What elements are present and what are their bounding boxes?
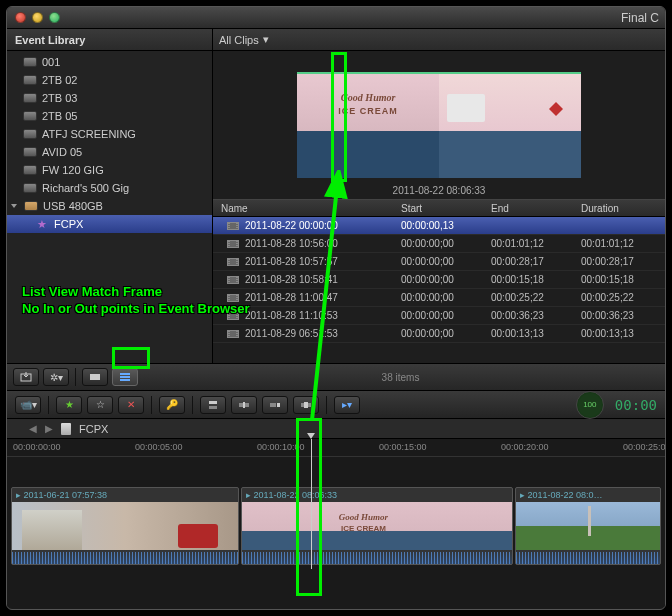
clip-filter-dropdown[interactable]: All Clips ▾ [219, 33, 269, 46]
annotation-highlight-listview [112, 347, 150, 369]
library-item-label: ATFJ SCREENING [42, 128, 136, 140]
cell-end: 00:00:36;23 [491, 307, 581, 324]
library-item[interactable]: 2TB 03 [7, 89, 212, 107]
harddrive-icon [23, 129, 37, 139]
col-start[interactable]: Start [401, 200, 491, 216]
render-gauge: 100 [576, 391, 604, 419]
library-item-label: FCPX [54, 218, 83, 230]
table-row[interactable]: 2011-08-22 00:00:0000:00:00,13 [213, 217, 665, 235]
filmstrip-icon [227, 240, 239, 248]
unrate-button[interactable]: ☆ [87, 396, 113, 414]
usb-drive-icon [24, 201, 38, 211]
timeline-body[interactable]: 2011-06-21 07:57:38 2011-08-22 08:06:33 … [7, 457, 665, 607]
disclosure-icon [11, 204, 17, 208]
library-item[interactable]: ATFJ SCREENING [7, 125, 212, 143]
harddrive-icon [23, 111, 37, 121]
library-item-label: 2TB 05 [42, 110, 77, 122]
table-row[interactable]: 2011-08-29 06:51:5300:00:00;0000:00:13;1… [213, 325, 665, 343]
filmstrip-view-button[interactable] [82, 368, 108, 386]
browser-header: All Clips ▾ [213, 29, 665, 51]
filmstrip-icon [227, 222, 239, 230]
timeline-clip[interactable]: 2011-08-22 08:0… [515, 487, 661, 565]
harddrive-icon [23, 165, 37, 175]
insert-button[interactable] [231, 396, 257, 414]
chevron-down-icon: ▾ [263, 33, 269, 46]
filmstrip-area[interactable]: Good Humor ICE CREAM 2011-08-22 08:06:33 [213, 51, 665, 199]
event-star-icon: ★ [37, 218, 49, 230]
list-view-button[interactable] [112, 368, 138, 386]
library-item[interactable]: AVID 05 [7, 143, 212, 161]
harddrive-icon [23, 93, 37, 103]
table-row[interactable]: 2011-08-28 10:57:5700:00:00;0000:00:28;1… [213, 253, 665, 271]
event-browser: All Clips ▾ Good Humor ICE CREAM [213, 29, 665, 363]
cell-duration: 00:00:25;22 [581, 289, 661, 306]
harddrive-icon [23, 183, 37, 193]
library-item[interactable]: 2TB 05 [7, 107, 212, 125]
table-row[interactable]: 2011-08-28 10:58:4100:00:00;0000:00:15;1… [213, 271, 665, 289]
item-count: 38 items [382, 372, 420, 383]
cell-start: 00:00:00;00 [401, 235, 491, 252]
annotation-text: List View Match Frame No In or Out point… [22, 284, 250, 318]
cell-end: 00:00:13;13 [491, 325, 581, 342]
append-button[interactable] [262, 396, 288, 414]
library-item[interactable]: ★FCPX [7, 215, 212, 233]
table-row[interactable]: 2011-08-28 11:10:5300:00:00;0000:00:36;2… [213, 307, 665, 325]
titlebar[interactable]: Final C [7, 7, 665, 29]
harddrive-icon [23, 57, 37, 67]
col-end[interactable]: End [491, 200, 581, 216]
library-item-label: 2TB 03 [42, 92, 77, 104]
connect-button[interactable] [200, 396, 226, 414]
svg-rect-8 [245, 403, 249, 407]
cell-start: 00:00:00;00 [401, 307, 491, 324]
library-item-label: USB 480GB [43, 200, 103, 212]
import-button[interactable] [13, 368, 39, 386]
settings-button[interactable]: ✲▾ [43, 368, 69, 386]
timeline-clip[interactable]: 2011-06-21 07:57:38 [11, 487, 239, 565]
nav-fwd[interactable]: ▶ [45, 423, 53, 434]
cell-end: 00:00:15;18 [491, 271, 581, 288]
ruler-tick: 00:00:00:00 [13, 442, 61, 452]
thumb-text: ICE CREAM [338, 106, 398, 116]
svg-rect-7 [239, 403, 243, 407]
harddrive-icon [23, 75, 37, 85]
filmstrip-icon [227, 276, 239, 284]
library-item-label: 2TB 02 [42, 74, 77, 86]
library-item[interactable]: FW 120 GIG [7, 161, 212, 179]
cell-start: 00:00:00;00 [401, 289, 491, 306]
cell-duration: 00:00:28;17 [581, 253, 661, 270]
svg-rect-4 [120, 379, 130, 381]
reject-button[interactable]: ✕ [118, 396, 144, 414]
table-row[interactable]: 2011-08-28 11:00:4700:00:00;0000:00:25;2… [213, 289, 665, 307]
library-item-label: Richard's 500 Gig [42, 182, 129, 194]
ruler-tick: 00:00:15:00 [379, 442, 427, 452]
close-icon[interactable] [15, 12, 26, 23]
clip-label: 2011-08-22 08:06:33 [246, 490, 337, 500]
library-item[interactable]: USB 480GB [7, 197, 212, 215]
minimize-icon[interactable] [32, 12, 43, 23]
favorite-button[interactable]: ★ [56, 396, 82, 414]
library-item-label: AVID 05 [42, 146, 82, 158]
cell-duration: 00:00:13;13 [581, 325, 661, 342]
keyword-button[interactable]: 🔑 [159, 396, 185, 414]
project-name[interactable]: FCPX [79, 423, 108, 435]
ruler-tick: 00:00:25:00 [623, 442, 666, 452]
table-row[interactable]: 2011-08-28 10:56:0000:00:00;0000:01:01;1… [213, 235, 665, 253]
timeline-clip[interactable]: 2011-08-22 08:06:33 Good Humor ICE CREAM [241, 487, 513, 565]
filter-label: All Clips [219, 34, 259, 46]
library-item[interactable]: 2TB 02 [7, 71, 212, 89]
cell-duration: 00:00:15;18 [581, 271, 661, 288]
cell-start: 00:00:00;00 [401, 325, 491, 342]
camera-import-button[interactable]: 📹▾ [15, 396, 41, 414]
library-item[interactable]: Richard's 500 Gig [7, 179, 212, 197]
col-duration[interactable]: Duration [581, 200, 661, 216]
library-item[interactable]: 001 [7, 53, 212, 71]
timeline-ruler[interactable]: 00:00:00:0000:00:05:0000:00:10:0000:00:1… [7, 439, 665, 457]
svg-rect-3 [120, 376, 130, 378]
zoom-icon[interactable] [49, 12, 60, 23]
table-header[interactable]: Name Start End Duration [213, 199, 665, 217]
nav-back[interactable]: ◀ [29, 423, 37, 434]
traffic-lights [7, 12, 60, 23]
filmstrip-icon [227, 330, 239, 338]
svg-rect-1 [90, 374, 100, 380]
svg-rect-10 [270, 403, 276, 407]
